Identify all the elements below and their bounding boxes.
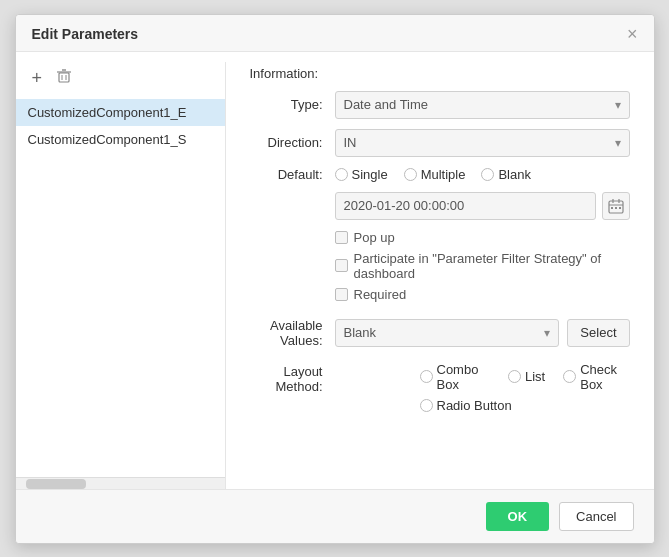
radio-label-combo-box: Combo Box [437, 362, 490, 392]
radio-circle-check-box [563, 370, 576, 383]
radio-circle-list [508, 370, 521, 383]
available-values-select[interactable]: Blank ▾ [335, 319, 560, 347]
radio-label-multiple: Multiple [421, 167, 466, 182]
type-row: Type: Date and Time ▾ [250, 91, 630, 119]
info-label: Information: [250, 66, 630, 81]
available-values-arrow: ▾ [544, 326, 550, 340]
checkbox-box-required [335, 288, 348, 301]
type-label: Type: [250, 97, 335, 112]
checkbox-label-popup: Pop up [354, 230, 395, 245]
radio-circle-multiple [404, 168, 417, 181]
layout-row-2: Radio Button [420, 398, 630, 413]
layout-method-label: Layout Method: [250, 362, 335, 394]
checkbox-label-participate: Participate in "Parameter Filter Strateg… [354, 251, 630, 281]
delete-button[interactable] [52, 66, 76, 91]
select-button[interactable]: Select [567, 319, 629, 347]
type-control: Date and Time ▾ [335, 91, 630, 119]
layout-method-row: Layout Method: Combo Box List [250, 362, 630, 413]
layout-row-1: Combo Box List Check Box [420, 362, 630, 392]
type-select[interactable]: Date and Time ▾ [335, 91, 630, 119]
direction-control: IN ▾ [335, 129, 630, 157]
default-radio-group: Single Multiple Blank [335, 167, 630, 182]
radio-circle-combo-box [420, 370, 433, 383]
available-values-row: Available Values: Blank ▾ Select [250, 318, 630, 348]
close-button[interactable]: × [627, 25, 638, 43]
radio-label-radio-button: Radio Button [437, 398, 512, 413]
cancel-button[interactable]: Cancel [559, 502, 633, 531]
checkbox-label-required: Required [354, 287, 407, 302]
checkbox-section: Pop up Participate in "Parameter Filter … [335, 230, 630, 302]
checkbox-box-participate [335, 259, 348, 272]
parameter-list: CustomizedComponent1_E CustomizedCompone… [16, 99, 225, 473]
default-row: Default: Single Multiple Blank [250, 167, 630, 182]
type-arrow: ▾ [615, 98, 621, 112]
radio-circle-single [335, 168, 348, 181]
left-panel: + CustomizedComponent1_E CustomizedCompo… [16, 62, 226, 489]
svg-rect-10 [615, 207, 617, 209]
checkbox-participate[interactable]: Participate in "Parameter Filter Strateg… [335, 251, 630, 281]
right-panel: Information: Type: Date and Time ▾ Direc… [226, 62, 654, 489]
radio-check-box[interactable]: Check Box [563, 362, 629, 392]
radio-label-blank: Blank [498, 167, 531, 182]
dialog-title: Edit Parameters [32, 26, 139, 42]
date-input[interactable] [335, 192, 596, 220]
list-item[interactable]: CustomizedComponent1_E [16, 99, 225, 126]
radio-blank[interactable]: Blank [481, 167, 531, 182]
type-value: Date and Time [344, 97, 615, 112]
dialog-body: + CustomizedComponent1_E CustomizedCompo… [16, 52, 654, 489]
calendar-icon [608, 198, 624, 214]
layout-method-section: Combo Box List Check Box [420, 362, 630, 413]
default-label: Default: [250, 167, 335, 182]
radio-list[interactable]: List [508, 369, 545, 384]
checkbox-popup[interactable]: Pop up [335, 230, 630, 245]
add-button[interactable]: + [28, 66, 47, 91]
direction-row: Direction: IN ▾ [250, 129, 630, 157]
calendar-button[interactable] [602, 192, 630, 220]
radio-circle-radio-button [420, 399, 433, 412]
checkbox-required[interactable]: Required [335, 287, 630, 302]
direction-value: IN [344, 135, 615, 150]
available-values-label: Available Values: [250, 318, 335, 348]
list-item[interactable]: CustomizedComponent1_S [16, 126, 225, 153]
radio-label-list: List [525, 369, 545, 384]
direction-label: Direction: [250, 135, 335, 150]
scrollbar-thumb[interactable] [26, 479, 86, 489]
dialog-footer: OK Cancel [16, 489, 654, 543]
radio-label-check-box: Check Box [580, 362, 629, 392]
direction-select[interactable]: IN ▾ [335, 129, 630, 157]
trash-icon [56, 68, 72, 84]
radio-single[interactable]: Single [335, 167, 388, 182]
ok-button[interactable]: OK [486, 502, 550, 531]
scrollbar-area [16, 477, 225, 489]
radio-multiple[interactable]: Multiple [404, 167, 466, 182]
dialog-header: Edit Parameters × [16, 15, 654, 52]
svg-rect-11 [619, 207, 621, 209]
radio-circle-blank [481, 168, 494, 181]
checkbox-box-popup [335, 231, 348, 244]
available-values-value: Blank [344, 325, 545, 340]
date-row [335, 192, 630, 220]
svg-rect-0 [59, 73, 69, 82]
direction-arrow: ▾ [615, 136, 621, 150]
left-toolbar: + [16, 62, 225, 99]
radio-radio-button[interactable]: Radio Button [420, 398, 512, 413]
radio-combo-box[interactable]: Combo Box [420, 362, 490, 392]
radio-label-single: Single [352, 167, 388, 182]
edit-parameters-dialog: Edit Parameters × + CustomizedComp [15, 14, 655, 544]
svg-rect-9 [611, 207, 613, 209]
